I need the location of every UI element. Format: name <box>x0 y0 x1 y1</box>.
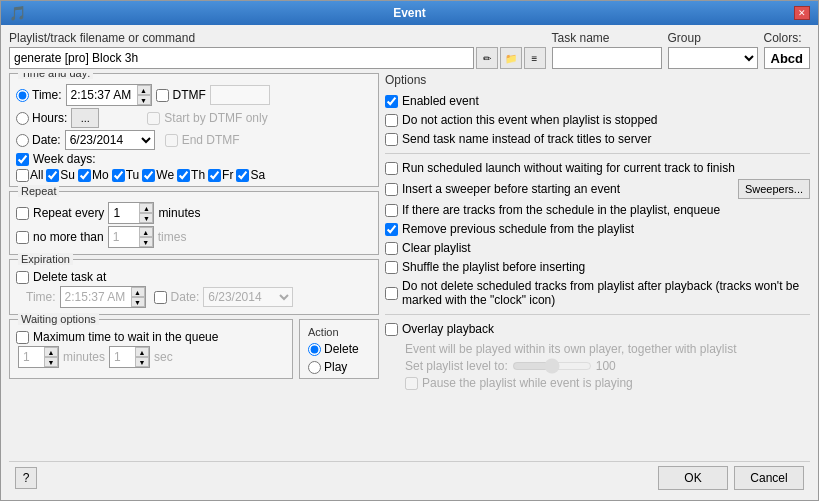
time-radio-label[interactable]: Time: <box>16 88 62 102</box>
time-down-btn[interactable]: ▼ <box>137 95 151 105</box>
run-scheduled-checkbox[interactable] <box>385 162 398 175</box>
shuffle-playlist-label[interactable]: Shuffle the playlist before inserting <box>402 260 585 274</box>
clear-playlist-checkbox[interactable] <box>385 242 398 255</box>
repeat-value-input[interactable] <box>109 203 139 223</box>
task-label: Task name <box>552 31 662 45</box>
th-checkbox[interactable] <box>177 169 190 182</box>
limit-down-btn[interactable]: ▼ <box>139 237 153 247</box>
overlay-playback-checkbox[interactable] <box>385 323 398 336</box>
dtmf-checkbox[interactable] <box>156 89 169 102</box>
exp-time-up-btn[interactable]: ▲ <box>131 287 145 297</box>
date-radio-label[interactable]: Date: <box>16 133 61 147</box>
remove-previous-checkbox[interactable] <box>385 223 398 236</box>
wait-sec-down-btn[interactable]: ▼ <box>135 357 149 367</box>
ok-button[interactable]: OK <box>658 466 728 490</box>
send-task-name-label[interactable]: Send task name instead of track titles t… <box>402 132 651 146</box>
exp-date-select[interactable]: 6/23/2014 <box>203 287 293 307</box>
action-title: Action <box>308 326 370 338</box>
hours-radio[interactable] <box>16 112 29 125</box>
task-input[interactable] <box>552 47 662 69</box>
window-controls: ✕ <box>794 6 810 20</box>
wait-sec-up-btn[interactable]: ▲ <box>135 347 149 357</box>
dtmf-input[interactable] <box>210 85 270 105</box>
repeat-spinbox: ▲ ▼ <box>108 202 154 224</box>
time-radio[interactable] <box>16 89 29 102</box>
level-value: 100 <box>596 359 616 373</box>
enabled-event-label[interactable]: Enabled event <box>402 94 479 108</box>
delete-task-row: Delete task at <box>16 270 372 284</box>
if-tracks-checkbox[interactable] <box>385 204 398 217</box>
limit-value-input[interactable] <box>109 227 139 247</box>
do-not-delete-label: Do not delete scheduled tracks from play… <box>402 279 799 293</box>
tu-checkbox[interactable] <box>112 169 125 182</box>
limit-spinbox: ▲ ▼ <box>108 226 154 248</box>
do-not-delete-checkbox[interactable] <box>385 287 398 300</box>
help-button[interactable]: ? <box>15 467 37 489</box>
date-radio[interactable] <box>16 134 29 147</box>
mo-checkbox[interactable] <box>78 169 91 182</box>
shuffle-playlist-checkbox[interactable] <box>385 261 398 274</box>
exp-date-checkbox[interactable] <box>154 291 167 304</box>
su-checkbox[interactable] <box>46 169 59 182</box>
send-task-name-checkbox[interactable] <box>385 133 398 146</box>
no-action-stopped-label[interactable]: Do not action this event when playlist i… <box>402 113 657 127</box>
exp-time-down-btn[interactable]: ▼ <box>131 297 145 307</box>
limit-up-btn[interactable]: ▲ <box>139 227 153 237</box>
window-title: Event <box>25 6 794 20</box>
wait-min-down-btn[interactable]: ▼ <box>44 357 58 367</box>
edit-icon-btn[interactable]: ✏ <box>476 47 498 69</box>
hours-radio-label[interactable]: Hours: <box>16 111 67 125</box>
delete-task-label: Delete task at <box>33 270 106 284</box>
insert-sweeper-label[interactable]: Insert a sweeper before starting an even… <box>402 182 620 196</box>
playlist-input[interactable] <box>9 47 474 69</box>
all-checkbox[interactable] <box>16 169 29 182</box>
fr-label: Fr <box>222 168 233 182</box>
action-delete-label[interactable]: Delete <box>308 342 370 356</box>
wait-min-up-btn[interactable]: ▲ <box>44 347 58 357</box>
overlay-sub: Event will be played within its own play… <box>405 340 810 391</box>
date-select[interactable]: 6/23/2014 <box>65 130 155 150</box>
time-value-input[interactable] <box>67 85 137 105</box>
action-play-radio[interactable] <box>308 361 321 374</box>
insert-sweeper-checkbox[interactable] <box>385 183 398 196</box>
repeat-every-checkbox[interactable] <box>16 207 29 220</box>
hours-btn[interactable]: ... <box>71 108 99 128</box>
clear-playlist-label[interactable]: Clear playlist <box>402 241 471 255</box>
wait-sec-input[interactable] <box>110 347 135 367</box>
expiry-time-row: Time: ▲ ▼ Date: 6/23/2014 <box>26 286 372 308</box>
action-delete-radio[interactable] <box>308 343 321 356</box>
list-icon-btn[interactable]: ≡ <box>524 47 546 69</box>
no-action-stopped-checkbox[interactable] <box>385 114 398 127</box>
group-select[interactable] <box>668 47 758 69</box>
action-play-label[interactable]: Play <box>308 360 370 374</box>
enabled-event-checkbox[interactable] <box>385 95 398 108</box>
if-tracks-label[interactable]: If there are tracks from the schedule in… <box>402 203 720 217</box>
wait-sec-spinbox: ▲ ▼ <box>109 346 150 368</box>
sa-checkbox[interactable] <box>236 169 249 182</box>
close-button[interactable]: ✕ <box>794 6 810 20</box>
delete-task-checkbox[interactable] <box>16 271 29 284</box>
fr-checkbox[interactable] <box>208 169 221 182</box>
repeat-down-btn[interactable]: ▼ <box>139 213 153 223</box>
exp-time-input[interactable] <box>61 287 131 307</box>
run-scheduled-label[interactable]: Run scheduled launch without waiting for… <box>402 161 735 175</box>
time-up-btn[interactable]: ▲ <box>137 85 151 95</box>
sweepers-button[interactable]: Sweepers... <box>738 179 810 199</box>
repeat-up-btn[interactable]: ▲ <box>139 203 153 213</box>
cancel-button[interactable]: Cancel <box>734 466 804 490</box>
overlay-playback-label[interactable]: Overlay playback <box>402 322 494 336</box>
remove-previous-label[interactable]: Remove previous schedule from the playli… <box>402 222 634 236</box>
action-group: Action Delete Play <box>299 319 379 379</box>
wait-min-input[interactable] <box>19 347 44 367</box>
folder-icon-btn[interactable]: 📁 <box>500 47 522 69</box>
exp-date-label: Date: <box>171 290 200 304</box>
no-more-checkbox[interactable] <box>16 231 29 244</box>
we-checkbox[interactable] <box>142 169 155 182</box>
colors-button[interactable]: Abcd <box>764 47 811 69</box>
footer-buttons: OK Cancel <box>658 466 804 490</box>
max-wait-checkbox[interactable] <box>16 331 29 344</box>
bottom-left-area: Waiting options Maximum time to wait in … <box>9 319 379 379</box>
tu-label: Tu <box>126 168 140 182</box>
week-days-checkbox[interactable] <box>16 153 29 166</box>
repeat-group: Repeat Repeat every ▲ ▼ minutes <box>9 191 379 255</box>
